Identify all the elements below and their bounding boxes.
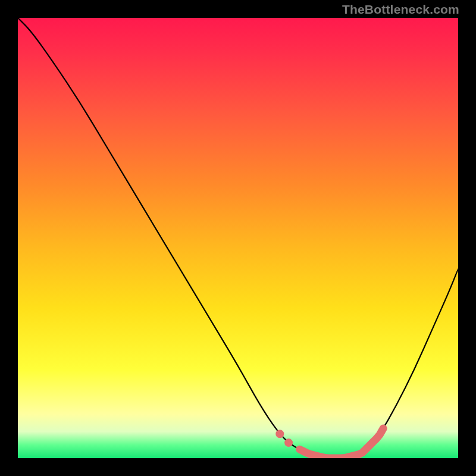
bottleneck-curve (18, 18, 458, 458)
highlight-dot-icon (275, 430, 284, 438)
highlight-dot-icon (284, 439, 293, 447)
chart-frame: TheBottleneck.com (0, 0, 476, 476)
curve-layer (18, 18, 458, 458)
attribution-link[interactable]: TheBottleneck.com (342, 2, 459, 17)
optimal-range-highlight (300, 428, 384, 458)
plot-area (18, 18, 458, 458)
